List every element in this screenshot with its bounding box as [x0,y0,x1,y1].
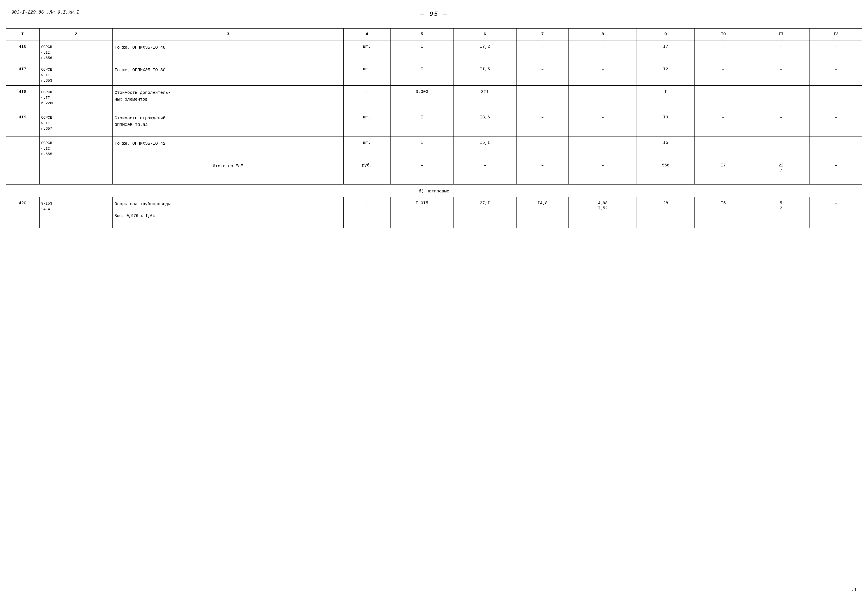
cell-val12: – [810,197,862,228]
table-row: 4I6 ССРСЦч.IIп.656 То же, ОППМХЭБ-IO.48 … [6,40,862,63]
section-header-row: б) нетиповые [6,185,862,197]
cell-val8: – [569,136,637,159]
cell-ref: ССРСЦч.IIп.656 [39,40,113,63]
table-row: 4I8 ССРСЦч.IIп.2280 Стоимость дополнител… [6,85,862,111]
cell-val7: – [516,111,569,136]
cell-val8: – [569,63,637,85]
fraction-420-11: 5 2 [780,201,782,211]
cell-id: 420 [6,197,40,228]
cell-val9: 28 [637,197,694,228]
cell-unit: шт. [343,63,391,85]
cell-qty: I [391,136,453,159]
cell-ref [39,159,113,185]
cell-ref: ССРСЦч.IIп.655 [39,136,113,159]
cell-val6: 3II [453,85,517,111]
col-header-8: 8 [569,29,637,40]
cell-val11: 5 2 [752,197,810,228]
cell-val10: – [694,85,752,111]
cell-val8: – [569,111,637,136]
cell-val11: – [752,85,810,111]
cell-itogo-label: Итого по "а" [113,159,343,185]
cell-val9: 556 [637,159,694,185]
bottom-mark: .I [851,587,857,592]
fraction-itogo: 22 7 [779,163,784,172]
col-header-9: 9 [637,29,694,40]
col-header-5: 5 [391,29,453,40]
cell-val6: II,5 [453,63,517,85]
page-number-text: — 95 — [420,11,448,18]
cell-unit: шт. [343,111,391,136]
main-table: I 2 3 4 5 6 7 8 9 I0 II I2 4I6 ССРСЦч.II… [6,28,862,228]
col-header-12: I2 [810,29,862,40]
cell-val8: – [569,159,637,185]
cell-val12: – [810,159,862,185]
table-row: 4I9 ССРСЦч.IIп.657 Стоимость огражденийО… [6,111,862,136]
cell-unit: шт. [343,136,391,159]
col-header-6: 6 [453,29,517,40]
cell-qty: – [391,159,453,185]
cell-val6: I7,2 [453,40,517,63]
cell-unit: т [343,85,391,111]
cell-ref: 9-I5324-4 [39,197,113,228]
table-header-row: I 2 3 4 5 6 7 8 9 I0 II I2 [6,29,862,40]
section-b-label: б) нетиповые [6,185,862,197]
cell-val7: – [516,136,569,159]
cell-val7: – [516,40,569,63]
fraction-420-8: 4,98 I,52 [598,201,607,211]
cell-val11: 22 7 [752,159,810,185]
cell-val12: – [810,63,862,85]
cell-val12: – [810,111,862,136]
cell-desc: Стоимость огражденийОППМХЭБ-IO.54 [113,111,343,136]
table-row-itogo: Итого по "а" руб. – – – – 556 I7 22 7 – [6,159,862,185]
cell-desc: Опоры под трубопроводы Вес: 0,976 x I,04 [113,197,343,228]
cell-unit: руб. [343,159,391,185]
cell-val11: – [752,40,810,63]
cell-val11: – [752,136,810,159]
cell-val7: – [516,85,569,111]
cell-ref: ССРСЦч.IIп.657 [39,111,113,136]
col-header-7: 7 [516,29,569,40]
page-number: — 95 — [0,11,868,18]
cell-val9: I9 [637,111,694,136]
col-header-1: I [6,29,40,40]
cell-desc: То же, ОППМХЭБ-IO.42 [113,136,343,159]
cell-val10: – [694,40,752,63]
table-row: ССРСЦч.IIп.655 То же, ОППМХЭБ-IO.42 шт. … [6,136,862,159]
cell-qty: I [391,63,453,85]
cell-qty: 0,003 [391,85,453,111]
cell-ref: ССРСЦч.IIп.2280 [39,85,113,111]
cell-id: 4I8 [6,85,40,111]
col-header-2: 2 [39,29,113,40]
cell-val10: – [694,111,752,136]
main-table-container: I 2 3 4 5 6 7 8 9 I0 II I2 4I6 ССРСЦч.II… [6,28,862,228]
cell-ref: ССРСЦч.IIп.653 [39,63,113,85]
cell-val12: – [810,85,862,111]
cell-val11: – [752,111,810,136]
col-header-11: II [752,29,810,40]
cell-desc: Стоимость дополнитель-ных элементов [113,85,343,111]
cell-id: 4I7 [6,63,40,85]
cell-val6: I5,I [453,136,517,159]
cell-val7: I4,8 [516,197,569,228]
cell-val6: 27,I [453,197,517,228]
cell-val6: I8,6 [453,111,517,136]
col-header-3: 3 [113,29,343,40]
cell-qty: I [391,111,453,136]
cell-qty: I,OI5 [391,197,453,228]
cell-val10: – [694,136,752,159]
cell-val12: – [810,136,862,159]
cell-val9: I2 [637,63,694,85]
cell-qty: I [391,40,453,63]
cell-val9: I5 [637,136,694,159]
table-row: 4I7 ССРСЦч.IIп.653 То же, ОППМХЭБ-IO.30 … [6,63,862,85]
cell-id [6,136,40,159]
cell-val8: – [569,40,637,63]
col-header-4: 4 [343,29,391,40]
cell-id: 4I6 [6,40,40,63]
cell-id: 4I9 [6,111,40,136]
cell-val6: – [453,159,517,185]
cell-val10: I5 [694,197,752,228]
cell-val10: I7 [694,159,752,185]
cell-val8: – [569,85,637,111]
cell-desc: То же, ОППМХЭБ-IO.48 [113,40,343,63]
